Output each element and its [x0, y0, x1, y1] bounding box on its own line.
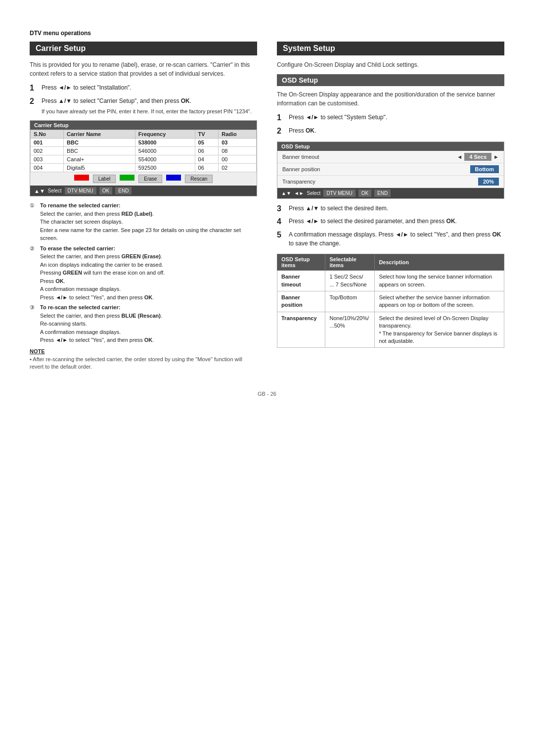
osd-banner-position-value-wrap: Bottom [470, 165, 499, 173]
bottom-row-transparency-item: Transparency [277, 312, 325, 348]
ok-btn[interactable]: OK [99, 187, 112, 194]
carrier-setup-column: Carrier Setup This is provided for you t… [30, 42, 257, 371]
osd-step-text-5: A confirmation message displays. Press ◄… [289, 230, 504, 248]
sub-item-erase-content: To erase the selected carrier: Select th… [40, 244, 257, 302]
carrier-table-cell: 03 [219, 139, 257, 147]
system-setup-title: System Setup [277, 42, 504, 55]
osd-banner-position-value: Bottom [470, 165, 499, 173]
osd-step-num-4: 4 [277, 217, 286, 227]
nav-updown-arrow: ▲▼ [34, 188, 45, 194]
carrier-table-title: Carrier Setup [30, 121, 257, 130]
rescan-btn[interactable]: Rescan [185, 175, 213, 183]
bottom-row-transparency-selectable: None/10%/20%/...50% [325, 312, 375, 348]
carrier-table-cell: 001 [31, 139, 64, 147]
osd-dtv-menu-btn[interactable]: DTV MENU [323, 189, 355, 197]
bottom-row-banner-timeout-desc: Select how long the service banner infor… [375, 271, 504, 291]
osd-nav-updown: ▲▼ [281, 190, 291, 196]
nav-select-label: Select [48, 188, 62, 193]
osd-row-banner-position: Banner position Bottom [277, 163, 504, 176]
carrier-table-cell: BBC [64, 147, 135, 155]
carrier-table-wrap: Carrier Setup S.No Carrier Name Frequenc… [30, 120, 257, 196]
osd-steps-list: 1 Press ◄/► to select "System Setup". 2 … [277, 113, 504, 137]
bottom-table-header: OSD Setup items Selectable items Descrip… [277, 254, 504, 271]
sub-item-rescan: ③ To re-scan the selected carrier: Selec… [30, 303, 257, 344]
red-btn-color [74, 175, 89, 181]
carrier-btn-row: Label Erase Rescan [30, 172, 257, 186]
osd-screen-title: OSD Setup [277, 142, 504, 151]
carrier-setup-body: This is provided for you to rename (labe… [30, 60, 257, 78]
carrier-steps-list: 1 Press ◄/► to select "Installation". 2 … [30, 83, 257, 115]
bottom-th-selectable: Selectable items [325, 254, 375, 271]
osd-banner-timeout-label: Banner timeout [282, 154, 319, 160]
note-title: NOTE [30, 348, 257, 354]
osd-banner-position-label: Banner position [282, 166, 320, 172]
bottom-row-banner-timeout-item: Bannertimeout [277, 271, 325, 291]
osd-screen-wrap: OSD Setup Banner timeout ◄ 4 Secs ► Bann… [277, 142, 504, 199]
osd-step-text-3: Press ▲/▼ to select the desired item. [289, 204, 504, 214]
osd-step-num-2: 2 [277, 126, 286, 137]
circle-num-1: ① [30, 201, 38, 242]
carrier-nav-row: ▲▼ Select DTV MENU OK END [30, 186, 257, 196]
carrier-table-cell: 546000 [135, 147, 195, 155]
green-btn-color [120, 175, 134, 181]
sub-item-rename: ① To rename the selected carrier: Select… [30, 201, 257, 242]
osd-transparency-value: 20% [478, 178, 499, 186]
sub-item-rescan-content: To re-scan the selected carrier: Select … [40, 303, 257, 344]
circle-num-2: ② [30, 244, 38, 302]
system-setup-column: System Setup Configure On-Screen Display… [277, 42, 504, 348]
system-setup-body: Configure On-Screen Display and Child Lo… [277, 60, 504, 69]
osd-step-5: 5 A confirmation message displays. Press… [277, 230, 504, 248]
carrier-table-cell: 00 [219, 155, 257, 164]
bottom-row-transparency: Transparency None/10%/20%/...50% Select … [277, 312, 504, 348]
carrier-table-row: 003Canal+5540000400 [31, 155, 257, 164]
osd-step-text-4: Press ◄/► to select the desired paramete… [289, 217, 504, 227]
osd-transparency-value-wrap: 20% [478, 178, 499, 186]
carrier-table-cell: 538000 [135, 139, 195, 147]
step-num-1: 1 [30, 83, 39, 94]
osd-bottom-table: OSD Setup items Selectable items Descrip… [277, 254, 504, 348]
osd-end-btn[interactable]: END [374, 189, 391, 197]
step-text-1: Press ◄/► to select "Installation". [42, 83, 257, 94]
dtv-menu-btn[interactable]: DTV MENU [65, 187, 96, 194]
osd-row-banner-timeout: Banner timeout ◄ 4 Secs ► [277, 151, 504, 163]
carrier-table-cell: 004 [31, 164, 64, 172]
blue-btn-color [166, 175, 181, 181]
step-2-sub: If you have already set the PIN, enter i… [42, 107, 257, 116]
bottom-row-banner-position: Bannerposition Top/Bottom Select whether… [277, 291, 504, 312]
osd-step-num-1: 1 [277, 113, 286, 123]
left-arrow-icon: ◄ [457, 154, 462, 160]
osd-nav-row: ▲▼ ◄► Select DTV MENU OK END [277, 188, 504, 198]
osd-step-3: 3 Press ▲/▼ to select the desired item. [277, 204, 504, 214]
osd-ok-btn[interactable]: OK [358, 189, 371, 197]
right-arrow-icon: ► [493, 154, 499, 160]
carrier-table-cell: 05 [195, 139, 219, 147]
bottom-th-items: OSD Setup items [277, 254, 325, 271]
col-sno: S.No [31, 130, 64, 139]
bottom-th-description: Description [375, 254, 504, 271]
osd-step-1: 1 Press ◄/► to select "System Setup". [277, 113, 504, 123]
carrier-setup-title: Carrier Setup [30, 42, 257, 55]
carrier-table-row: 002BBC5460000608 [31, 147, 257, 155]
label-btn[interactable]: Label [93, 175, 116, 183]
carrier-table-cell: 02 [219, 164, 257, 172]
carrier-table-cell: 08 [219, 147, 257, 155]
osd-banner-timeout-value-wrap: ◄ 4 Secs ► [457, 153, 499, 161]
end-btn[interactable]: END [115, 187, 132, 194]
bottom-row-banner-timeout-selectable: 1 Sec/2 Secs/... 7 Secs/None [325, 271, 375, 291]
osd-step-4: 4 Press ◄/► to select the desired parame… [277, 217, 504, 227]
carrier-table-row: 001BBC5380000503 [31, 139, 257, 147]
osd-step-text-1: Press ◄/► to select "System Setup". [289, 113, 504, 123]
col-tv: TV [195, 130, 219, 139]
col-frequency: Frequency [135, 130, 195, 139]
bottom-row-transparency-desc: Select the desired level of On-Screen Di… [375, 312, 504, 348]
step-num-2: 2 [30, 96, 39, 116]
sub-item-rename-content: To rename the selected carrier: Select t… [40, 201, 257, 242]
osd-rows: Banner timeout ◄ 4 Secs ► Banner positio… [277, 151, 504, 188]
bottom-row-banner-position-selectable: Top/Bottom [325, 291, 375, 312]
osd-nav-leftright: ◄► [294, 190, 304, 196]
erase-btn[interactable]: Erase [138, 175, 162, 183]
carrier-table-cell: 06 [195, 164, 219, 172]
carrier-step-2: 2 Press ▲/▼ to select "Carrier Setup", a… [30, 96, 257, 116]
osd-transparency-label: Transparency [282, 179, 315, 185]
bottom-row-banner-position-item: Bannerposition [277, 291, 325, 312]
